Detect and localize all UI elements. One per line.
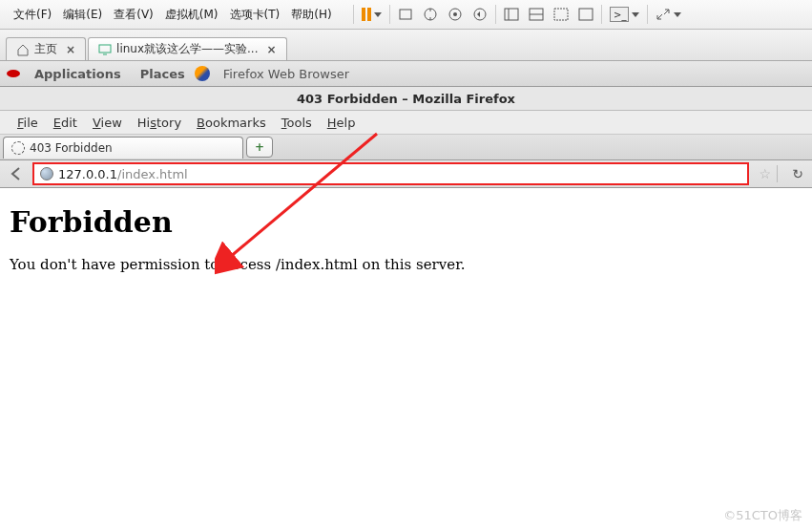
layout-icon-3[interactable]: [553, 8, 569, 21]
pause-icon[interactable]: [362, 8, 371, 21]
separator: [495, 5, 496, 24]
ff-menu-view[interactable]: View: [85, 116, 130, 130]
svg-point-14: [7, 70, 20, 77]
svg-rect-0: [400, 10, 411, 19]
reload-button[interactable]: ↻: [789, 165, 806, 182]
star-icon[interactable]: ☆: [759, 166, 771, 181]
url-path: /index.html: [117, 167, 188, 181]
expand-icon[interactable]: [656, 8, 671, 21]
svg-rect-5: [505, 9, 518, 20]
vm-menu-vm[interactable]: 虚拟机(M): [159, 7, 224, 23]
vm-tab-home-label: 主页: [34, 41, 57, 57]
revert-icon[interactable]: [472, 7, 488, 22]
close-icon[interactable]: ×: [66, 43, 75, 56]
page-heading: Forbidden: [10, 205, 802, 239]
svg-point-3: [453, 12, 457, 16]
page-content: Forbidden You don't have permission to a…: [0, 188, 812, 286]
vm-tab-strip: 主页 × linux就该这么学——实验... ×: [0, 30, 812, 61]
plus-icon: +: [255, 140, 264, 154]
back-button[interactable]: [6, 163, 27, 184]
vm-tab-active[interactable]: linux就该这么学——实验... ×: [88, 37, 287, 60]
svg-rect-12: [99, 45, 111, 53]
watermark: ©51CTO博客: [723, 507, 802, 524]
firefox-window-title-text: 403 Forbidden – Mozilla Firefox: [297, 92, 515, 106]
firefox-menu-bar: File Edit View History Bookmarks Tools H…: [0, 111, 812, 135]
vm-tab-active-label: linux就该这么学——实验...: [116, 41, 258, 57]
url-bar[interactable]: 127.0.0.1/index.html: [32, 162, 749, 185]
globe-icon: [40, 167, 53, 180]
fullscreen-icon[interactable]: [578, 8, 593, 21]
svg-rect-10: [579, 9, 593, 20]
vm-menu-edit[interactable]: 编辑(E): [57, 7, 108, 23]
vm-menu-file[interactable]: 文件(F): [8, 7, 57, 23]
separator: [647, 5, 648, 24]
vm-menu-view[interactable]: 查看(V): [108, 7, 159, 23]
firefox-tab-label: 403 Forbidden: [30, 141, 113, 155]
firefox-icon: [195, 66, 210, 81]
firefox-window-title: 403 Forbidden – Mozilla Firefox: [0, 87, 812, 111]
firefox-toolbar: 127.0.0.1/index.html ☆ ↻: [0, 160, 812, 188]
console-icon[interactable]: >_: [610, 7, 629, 22]
send-keys-icon[interactable]: [398, 7, 413, 22]
page-icon: [11, 141, 25, 155]
firefox-new-tab-button[interactable]: +: [246, 137, 273, 158]
ff-menu-history[interactable]: History: [130, 116, 189, 130]
gnome-places[interactable]: Places: [131, 67, 195, 81]
firefox-tab-strip: 403 Forbidden +: [0, 135, 812, 160]
dropdown-icon[interactable]: [674, 12, 681, 17]
ff-menu-tools[interactable]: Tools: [274, 116, 320, 130]
firefox-tab-active[interactable]: 403 Forbidden: [3, 137, 243, 159]
dropdown-icon[interactable]: [374, 12, 382, 17]
gnome-top-bar: Applications Places Firefox Web Browser: [0, 61, 812, 87]
separator: [777, 165, 778, 182]
separator: [353, 5, 354, 24]
layout-icon-1[interactable]: [504, 8, 519, 21]
svg-text:>_: >_: [614, 10, 627, 21]
ff-menu-help[interactable]: Help: [320, 116, 364, 130]
dropdown-icon[interactable]: [632, 12, 639, 17]
vm-tab-home[interactable]: 主页 ×: [6, 37, 86, 60]
redhat-icon: [6, 66, 21, 81]
home-icon: [16, 43, 30, 56]
snapshot-manage-icon[interactable]: [448, 7, 463, 22]
layout-icon-2[interactable]: [529, 8, 544, 21]
ff-menu-edit[interactable]: Edit: [46, 116, 85, 130]
vm-menu-help[interactable]: 帮助(H): [285, 7, 337, 23]
ff-menu-file[interactable]: File: [10, 116, 46, 130]
separator: [601, 5, 602, 24]
monitor-icon: [98, 43, 112, 56]
vm-menu-bar: 文件(F) 编辑(E) 查看(V) 虚拟机(M) 选项卡(T) 帮助(H) >_: [0, 0, 812, 30]
close-icon[interactable]: ×: [267, 43, 277, 56]
vm-menu-tabs[interactable]: 选项卡(T): [224, 7, 286, 23]
gnome-applications[interactable]: Applications: [25, 67, 131, 81]
separator: [389, 5, 390, 24]
snapshot-icon[interactable]: [423, 7, 438, 22]
ff-menu-bookmarks[interactable]: Bookmarks: [189, 116, 274, 130]
gnome-app-firefox[interactable]: Firefox Web Browser: [214, 67, 359, 81]
url-host: 127.0.0.1: [58, 167, 117, 181]
back-arrow-icon: [7, 164, 26, 183]
svg-rect-9: [554, 9, 568, 20]
page-message: You don't have permission to access /ind…: [10, 256, 802, 273]
